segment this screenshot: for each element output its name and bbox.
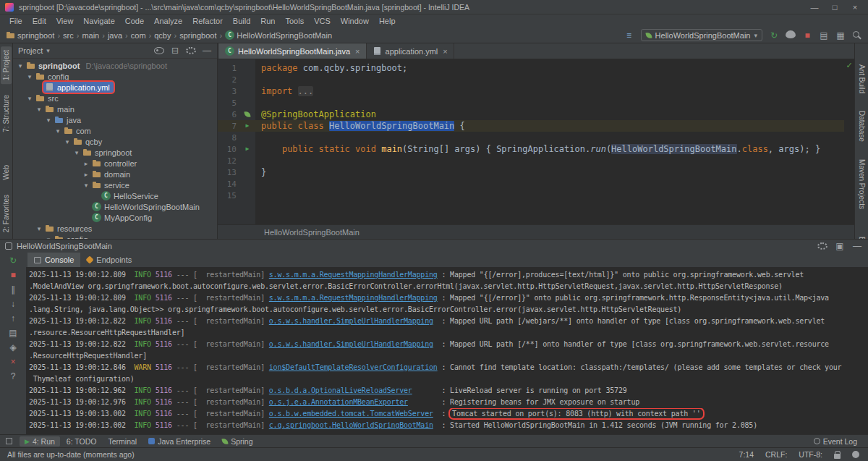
project-tree[interactable]: ▾springbootD:\javacode\springboot▾config… <box>13 59 217 239</box>
code-line[interactable]: 10▶ public static void main(String[] arg… <box>218 143 844 155</box>
run-tab-endpoints[interactable]: Endpoints <box>80 253 138 267</box>
locate-icon[interactable] <box>154 47 164 54</box>
collapse-all-icon[interactable]: ⊟ <box>170 46 180 56</box>
run-tab-console[interactable]: Console <box>27 253 80 267</box>
chevron-down-icon[interactable]: ▾ <box>63 138 72 145</box>
sort-icon[interactable]: ≡ <box>624 30 634 41</box>
editor-tab-helloworldspringbootmain-java[interactable]: CHelloWorldSpringBootMain.java× <box>219 43 367 59</box>
close-tab-icon[interactable]: × <box>443 47 447 56</box>
tool-window-button-web[interactable]: Web <box>1 161 12 183</box>
tool-window-button-2-favorites[interactable]: 2: Favorites <box>1 191 12 236</box>
tool-window-tab-event-log[interactable]: Event Log <box>809 436 862 447</box>
tree-item-config[interactable]: ▾config <box>13 234 217 239</box>
log-logger-link[interactable]: s.w.s.m.m.a.RequestMappingHandlerMapping <box>269 294 438 302</box>
tool-window-button-maven-projects[interactable]: Maven Projects <box>856 156 867 213</box>
tree-item-domain[interactable]: ▸domain <box>13 169 217 179</box>
pin-icon[interactable]: ◈ <box>7 342 20 353</box>
log-logger-link[interactable]: o.s.b.w.embedded.tomcat.TomcatWebServer <box>269 410 433 418</box>
grid-icon[interactable]: ▦ <box>835 30 846 41</box>
chevron-right-icon[interactable]: ▸ <box>82 160 90 167</box>
lock-icon[interactable] <box>834 454 841 459</box>
log-logger-link[interactable]: o.s.j.e.a.AnnotationMBeanExporter <box>269 398 408 406</box>
tool-windows-icon[interactable] <box>6 438 12 444</box>
editor-tab-application-yml[interactable]: application.yml× <box>367 43 454 59</box>
breadcrumb-item-com[interactable]: com <box>131 31 146 40</box>
tree-item-springboot[interactable]: ▾springbootD:\javacode\springboot <box>13 60 217 71</box>
tree-item-main[interactable]: ▾main <box>13 103 217 114</box>
hector-icon[interactable] <box>852 451 859 458</box>
breadcrumb-item-java[interactable]: java <box>108 31 122 40</box>
project-panel-title[interactable]: Project <box>18 46 43 55</box>
menu-vcs[interactable]: VCS <box>309 17 336 25</box>
code-line[interactable]: 3import ... <box>218 85 844 97</box>
breadcrumb-item-springboot[interactable]: springboot <box>179 31 216 40</box>
scroll-up-icon[interactable]: ↑ <box>7 313 20 324</box>
tree-item-service[interactable]: ▾service <box>13 179 217 190</box>
code-editor[interactable]: 1package com.qcby.springboot;23import ..… <box>218 59 854 224</box>
code-line[interactable]: 13} <box>218 166 844 178</box>
tree-item-config[interactable]: ▾config <box>13 71 217 82</box>
tree-item-helloservice[interactable]: CHelloService <box>13 190 217 201</box>
tree-item-helloworldspringbootmain[interactable]: CHelloWorldSpringBootMain <box>13 201 217 212</box>
code-lines[interactable]: 1package com.qcby.springboot;23import ..… <box>218 59 844 224</box>
tree-item-com[interactable]: ▾com <box>13 125 217 136</box>
chevron-down-icon[interactable]: ▾ <box>44 117 53 124</box>
breadcrumb-item-main[interactable]: main <box>82 31 99 40</box>
log-logger-link[interactable]: o.s.b.d.a.OptionalLiveReloadServer <box>269 386 412 394</box>
layout-icon[interactable]: ▤ <box>819 30 829 41</box>
tool-window-button-database[interactable]: Database <box>856 107 867 145</box>
menu-navigate[interactable]: Navigate <box>78 17 119 25</box>
gear-icon[interactable] <box>817 242 827 250</box>
close-icon[interactable]: × <box>7 356 20 368</box>
tool-window-tab-4-run[interactable]: ▶4: Run <box>20 436 60 447</box>
tool-window-button-7-structure[interactable]: 7: Structure <box>1 91 12 136</box>
tree-item-resources[interactable]: ▾resources <box>13 223 217 234</box>
close-button[interactable]: × <box>845 3 865 12</box>
menu-help[interactable]: Help <box>374 17 401 25</box>
code-line[interactable]: 8 <box>218 132 844 143</box>
tree-item-src[interactable]: ▾src <box>13 93 217 103</box>
breadcrumb-item-springboot[interactable]: springboot <box>6 30 54 40</box>
code-line[interactable]: 1package com.qcby.springboot; <box>218 62 844 74</box>
log-logger-link[interactable]: o.s.w.s.handler.SimpleUrlHandlerMapping <box>269 317 433 325</box>
menu-tools[interactable]: Tools <box>280 17 309 25</box>
editor-scrollbar[interactable]: ✓ <box>844 59 854 224</box>
scroll-down-icon[interactable]: ↓ <box>7 298 20 310</box>
run-config-selector[interactable]: HelloWorldSpringBootMain ▾ <box>641 29 762 41</box>
tree-item-qcby[interactable]: ▾qcby <box>13 136 217 147</box>
run-gutter-icon[interactable]: ▶ <box>246 146 250 152</box>
menu-file[interactable]: File <box>4 17 27 25</box>
maximize-button[interactable]: □ <box>825 3 845 12</box>
tool-window-button-ant-build[interactable]: Ant Build <box>856 61 867 97</box>
menu-refactor[interactable]: Refactor <box>187 17 228 25</box>
menu-window[interactable]: Window <box>336 17 374 25</box>
stop-icon[interactable]: ■ <box>802 30 812 41</box>
chevron-down-icon[interactable]: ▾ <box>35 106 43 113</box>
tool-window-tab-spring[interactable]: Spring <box>217 436 258 447</box>
chevron-down-icon[interactable]: ▾ <box>82 182 90 189</box>
menu-edit[interactable]: Edit <box>27 17 51 25</box>
code-line[interactable]: 14 <box>218 178 844 190</box>
run-gutter-icon[interactable]: ▶ <box>246 123 250 129</box>
tree-item-controller[interactable]: ▸controller <box>13 158 217 169</box>
code-line[interactable]: 15 <box>218 190 844 201</box>
spring-bean-gutter-icon[interactable] <box>244 111 250 117</box>
log-logger-link[interactable]: s.w.s.m.m.a.RequestMappingHandlerMapping <box>269 271 438 279</box>
minimize-button[interactable]: — <box>804 3 825 12</box>
tool-window-tab-java-enterprise[interactable]: Java Enterprise <box>143 436 216 447</box>
chevron-down-icon[interactable]: ▾ <box>25 73 34 80</box>
rerun-icon[interactable]: ↻ <box>7 255 20 266</box>
code-line[interactable]: 2 <box>218 74 844 85</box>
tool-window-button-1-project[interactable]: 1: Project <box>1 46 12 84</box>
search-icon[interactable] <box>852 30 862 40</box>
log-logger-link[interactable]: ion$DefaultTemplateResolverConfiguration <box>269 363 438 371</box>
code-line[interactable]: 7▶public class HelloWorldSpringBootMain … <box>218 120 844 132</box>
tree-item-application-yml[interactable]: application.yml <box>13 82 217 93</box>
hide-icon[interactable]: — <box>202 46 212 56</box>
chevron-down-icon[interactable]: ▾ <box>16 62 25 69</box>
breadcrumb-item-helloworldspringbootmain[interactable]: CHelloWorldSpringBootMain <box>225 30 332 40</box>
chevron-down-icon[interactable]: ▾ <box>72 149 81 156</box>
file-encoding[interactable]: UTF-8: <box>799 450 822 459</box>
line-separator[interactable]: CRLF: <box>765 450 787 459</box>
soft-wrap-icon[interactable]: ▤ <box>7 327 20 339</box>
